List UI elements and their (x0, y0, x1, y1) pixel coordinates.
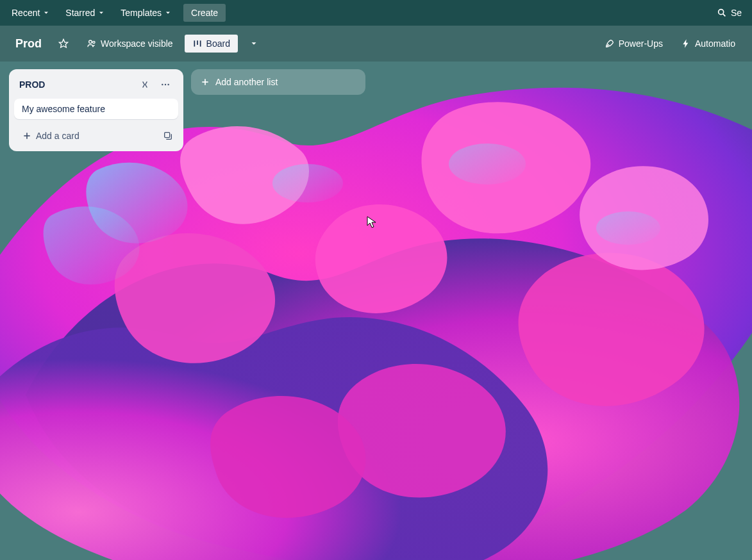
people-icon (87, 38, 97, 49)
top-nav: Recent Starred Templates Create Se (0, 0, 752, 26)
workspace-visibility-label: Workspace visible (101, 38, 173, 49)
list-header-actions (137, 77, 173, 92)
powerups-button[interactable]: Power-Ups (598, 35, 669, 53)
svg-point-4 (93, 41, 95, 43)
star-board-button[interactable] (52, 35, 75, 53)
plus-icon (200, 77, 210, 87)
rocket-icon (605, 38, 615, 49)
chevron-down-icon (164, 9, 172, 17)
board-view-label: Board (206, 38, 230, 49)
automation-label: Automatio (695, 38, 735, 49)
list-footer: Add a card (14, 124, 178, 146)
view-switcher-dropdown[interactable] (243, 35, 265, 52)
create-button-label: Create (191, 8, 218, 18)
list: PROD My awesome feature Add a card (9, 69, 183, 151)
nav-recent[interactable]: Recent (5, 4, 56, 22)
bolt-icon (681, 38, 691, 49)
search-placeholder: Se (731, 8, 742, 18)
board-canvas: PROD My awesome feature Add a card (0, 62, 752, 159)
collapse-list-button[interactable] (137, 77, 153, 92)
powerups-label: Power-Ups (619, 38, 663, 49)
nav-recent-label: Recent (12, 8, 40, 18)
board-icon (192, 38, 203, 49)
nav-templates[interactable]: Templates (114, 4, 178, 22)
nav-starred-label: Starred (65, 8, 95, 18)
chevron-down-icon (249, 39, 258, 48)
star-icon (58, 38, 69, 49)
svg-point-11 (596, 211, 660, 245)
automation-button[interactable]: Automatio (674, 35, 742, 53)
plus-icon (22, 131, 32, 141)
svg-point-12 (162, 84, 163, 85)
add-list-button[interactable]: Add another list (191, 69, 365, 95)
card-template-button[interactable] (160, 128, 176, 144)
ellipsis-icon (160, 79, 171, 90)
svg-point-0 (719, 10, 724, 15)
board-header: Prod Workspace visible Board Power-Ups A… (0, 26, 752, 62)
svg-line-1 (723, 14, 726, 17)
chevron-down-icon (97, 9, 105, 17)
search-button[interactable]: Se (712, 4, 747, 22)
add-card-label: Add a card (36, 131, 79, 141)
card[interactable]: My awesome feature (14, 99, 178, 119)
board-title[interactable]: Prod (10, 35, 47, 53)
nav-starred[interactable]: Starred (59, 4, 112, 22)
card-title: My awesome feature (22, 104, 105, 114)
board-view-button[interactable]: Board (185, 35, 238, 53)
svg-rect-17 (165, 133, 170, 138)
create-button[interactable]: Create (183, 4, 226, 22)
list-title[interactable]: PROD (19, 79, 45, 90)
svg-point-3 (89, 40, 92, 44)
list-menu-button[interactable] (158, 77, 173, 92)
svg-point-14 (167, 84, 169, 85)
add-list-label: Add another list (215, 77, 278, 87)
list-header: PROD (14, 74, 178, 94)
collapse-icon (140, 79, 150, 90)
workspace-visibility-button[interactable]: Workspace visible (80, 35, 180, 53)
search-icon (717, 8, 727, 18)
add-card-button[interactable]: Add a card (17, 127, 160, 145)
svg-marker-2 (59, 39, 67, 47)
template-icon (163, 131, 173, 141)
svg-point-9 (272, 164, 343, 202)
nav-templates-label: Templates (121, 8, 162, 18)
svg-point-13 (165, 84, 166, 85)
chevron-down-icon (42, 9, 50, 17)
